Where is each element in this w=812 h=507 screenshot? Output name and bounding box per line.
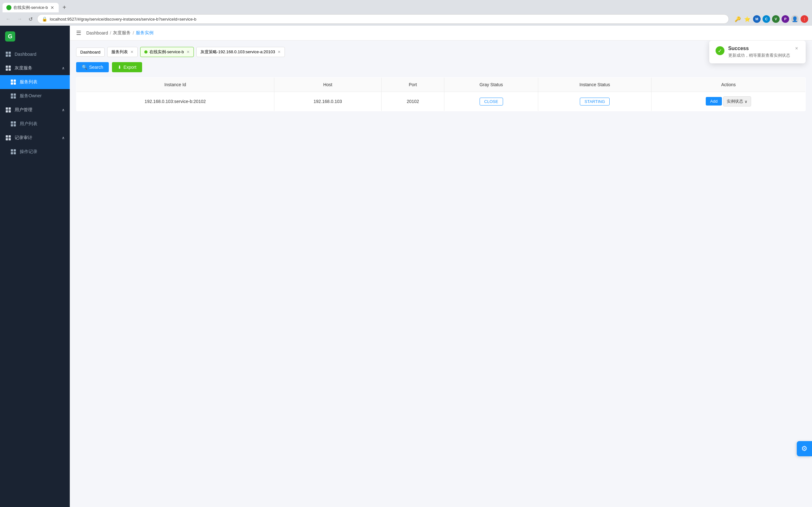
toast-title: Success — [728, 46, 790, 51]
tab-title: 在线实例-service-b — [13, 5, 48, 10]
cell-gray-status: CLOSE — [444, 92, 538, 111]
close-status-button[interactable]: CLOSE — [479, 98, 503, 106]
main-content: ☰ Dashboard / 灰度服务 / 服务实例 Dashboard 服务列表… — [70, 26, 812, 507]
instance-state-button[interactable]: 实例状态 ∨ — [723, 96, 751, 107]
col-actions: Actions — [652, 78, 806, 92]
gray-service-label: 灰度服务 — [14, 65, 59, 71]
tag-online-instance-label: 在线实例-service-b — [149, 49, 184, 55]
sidebar-item-user-list[interactable]: 用户列表 — [0, 117, 70, 131]
ext-icon-1[interactable]: M — [753, 15, 761, 23]
col-host: Host — [274, 78, 381, 92]
service-owner-label: 服务Owner — [20, 93, 65, 99]
svg-rect-18 — [6, 110, 8, 112]
col-port: Port — [381, 78, 444, 92]
url-text: localhost:9527/#/gray/service/discovery-… — [50, 17, 724, 21]
svg-rect-11 — [14, 82, 16, 84]
settings-icon: ⚙ — [801, 445, 808, 453]
address-bar[interactable]: 🔒 localhost:9527/#/gray/service/discover… — [37, 14, 729, 24]
forward-button[interactable]: → — [15, 15, 24, 23]
sidebar-item-service-owner[interactable]: 服务Owner — [0, 89, 70, 103]
toast-close-button[interactable]: × — [794, 46, 799, 51]
new-tab-button[interactable]: + — [60, 3, 69, 12]
op-log-icon — [10, 149, 16, 155]
ext-icon-3[interactable]: V — [772, 15, 780, 23]
user-mgmt-icon — [5, 107, 11, 113]
logo-icon: G — [5, 32, 15, 42]
svg-rect-5 — [9, 66, 11, 68]
cell-instance-status: STARTING — [538, 92, 651, 111]
tag-service-list-close[interactable]: ✕ — [131, 50, 134, 54]
breadcrumb-dashboard[interactable]: Dashboard — [86, 31, 108, 36]
toast-message: 更新成功，稍等重新查看实例状态 — [728, 53, 790, 58]
tag-service-list[interactable]: 服务列表 ✕ — [107, 47, 138, 57]
export-label: Export — [123, 65, 136, 70]
audit-icon — [5, 135, 11, 141]
sidebar-item-audit[interactable]: 记录审计 ∧ — [0, 131, 70, 145]
menu-icon[interactable]: ⋮ — [801, 15, 808, 23]
tag-gray-strategy-close[interactable]: ✕ — [277, 50, 281, 54]
cell-actions: Add 实例状态 ∨ — [652, 92, 806, 111]
user-list-icon — [10, 121, 16, 127]
tag-service-list-label: 服务列表 — [111, 49, 128, 55]
svg-rect-17 — [9, 107, 11, 110]
hamburger-menu[interactable]: ☰ — [76, 30, 81, 37]
tab-close-icon[interactable]: ✕ — [50, 5, 55, 10]
bookmark-icon[interactable]: ⭐ — [744, 15, 751, 23]
tag-gray-strategy[interactable]: 灰度策略-192.168.0.103:service-a:20103 ✕ — [196, 47, 285, 57]
svg-rect-30 — [11, 152, 13, 154]
filter-tags: Dashboard 服务列表 ✕ 在线实例-service-b ✕ 灰度策略-1… — [76, 47, 806, 57]
sidebar-item-service-list[interactable]: 服务列表 — [0, 75, 70, 89]
search-icon: 🔍 — [82, 65, 87, 70]
logo-letter: G — [8, 33, 12, 40]
breadcrumb-gray-service[interactable]: 灰度服务 — [113, 30, 131, 36]
refresh-button[interactable]: ↺ — [27, 15, 35, 23]
svg-rect-2 — [6, 55, 8, 57]
svg-rect-15 — [14, 96, 16, 99]
sidebar: G Dashboard 灰度服务 ∧ 服务列表 — [0, 26, 70, 507]
table-row: 192.168.0.103:service-b:20102 192.168.0.… — [77, 92, 806, 111]
tag-online-instance-close[interactable]: ✕ — [187, 50, 190, 54]
toast-success-icon: ✓ — [716, 46, 724, 55]
col-instance-status: Instance Status — [538, 78, 651, 92]
tab-favicon — [6, 5, 11, 10]
sidebar-item-user-mgmt[interactable]: 用户管理 ∧ — [0, 103, 70, 117]
starting-status-button[interactable]: STARTING — [580, 98, 610, 106]
service-list-icon — [10, 79, 16, 85]
export-icon: ⬇ — [118, 65, 121, 70]
sidebar-item-op-log[interactable]: 操作记录 — [0, 145, 70, 159]
gray-service-chevron: ∧ — [62, 66, 65, 70]
address-bar-row: ← → ↺ 🔒 localhost:9527/#/gray/service/di… — [0, 12, 812, 26]
svg-rect-23 — [14, 124, 16, 126]
add-button[interactable]: Add — [706, 97, 722, 106]
svg-rect-1 — [9, 52, 11, 54]
cell-port: 20102 — [381, 92, 444, 111]
export-button[interactable]: ⬇ Export — [112, 62, 142, 72]
active-tab[interactable]: 在线实例-service-b ✕ — [3, 3, 59, 12]
key-icon[interactable]: 🔑 — [734, 15, 742, 23]
svg-rect-31 — [14, 152, 16, 154]
user-mgmt-label: 用户管理 — [14, 107, 59, 113]
tag-dashboard-label: Dashboard — [80, 50, 101, 55]
browser-toolbar-icons: 🔑 ⭐ M C V P 👤 ⋮ — [734, 15, 808, 23]
settings-fab[interactable]: ⚙ — [797, 441, 812, 456]
svg-rect-6 — [6, 68, 8, 71]
svg-rect-16 — [6, 107, 8, 110]
tag-gray-strategy-label: 灰度策略-192.168.0.103:service-a:20103 — [200, 49, 275, 55]
ext-icon-4[interactable]: P — [781, 15, 789, 23]
sidebar-item-gray-service[interactable]: 灰度服务 ∧ — [0, 61, 70, 75]
breadcrumb-service-instance: 服务实例 — [136, 30, 154, 36]
sidebar-item-dashboard[interactable]: Dashboard — [0, 47, 70, 61]
profile-icon[interactable]: 👤 — [791, 15, 799, 23]
data-table: Instance Id Host Port Gray Status Instan… — [76, 77, 806, 111]
gray-service-icon — [5, 65, 11, 71]
tag-dashboard[interactable]: Dashboard — [76, 48, 105, 57]
tag-online-instance[interactable]: 在线实例-service-b ✕ — [140, 47, 194, 57]
back-button[interactable]: ← — [4, 15, 13, 23]
svg-rect-29 — [14, 149, 16, 152]
breadcrumb-sep-2: / — [133, 31, 134, 36]
search-button[interactable]: 🔍 Search — [76, 62, 109, 72]
ext-icon-2[interactable]: C — [763, 15, 770, 23]
user-mgmt-chevron: ∧ — [62, 108, 65, 112]
instance-state-chevron: ∨ — [745, 99, 748, 104]
action-buttons: 🔍 Search ⬇ Export — [76, 62, 806, 72]
